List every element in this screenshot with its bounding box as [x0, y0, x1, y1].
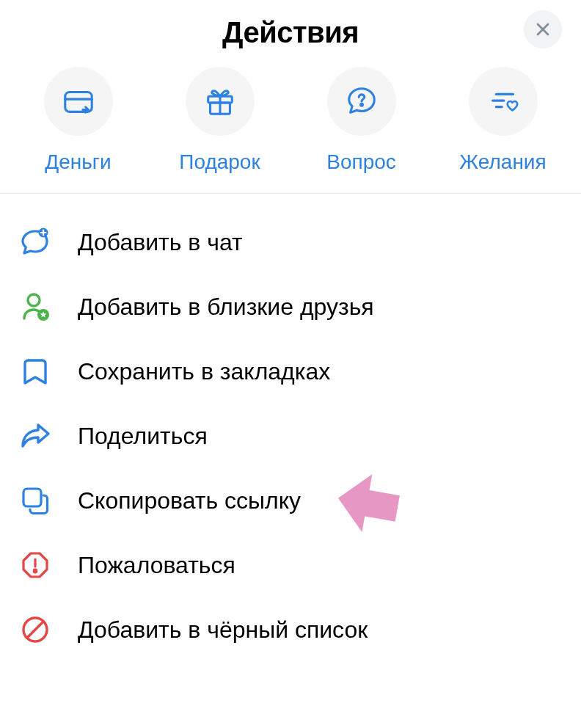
menu-item-label: Добавить в чёрный список [78, 616, 368, 644]
quick-actions-row: Деньги Подарок Вопрос [0, 62, 581, 194]
menu-item-block[interactable]: Добавить в чёрный список [0, 597, 581, 662]
menu-item-share[interactable]: Поделиться [0, 404, 581, 468]
svg-point-7 [360, 103, 362, 106]
quick-action-question[interactable]: Вопрос [296, 67, 428, 174]
quick-action-label: Желания [459, 150, 546, 174]
svg-line-20 [27, 622, 44, 638]
menu-item-label: Сохранить в закладках [78, 358, 330, 385]
question-icon [327, 67, 396, 136]
menu-item-bookmark[interactable]: Сохранить в закладках [0, 339, 581, 404]
menu-item-label: Скопировать ссылку [78, 487, 301, 514]
quick-action-label: Подарок [179, 150, 260, 174]
svg-rect-16 [23, 489, 41, 506]
menu-item-label: Пожаловаться [78, 552, 235, 579]
menu-item-report[interactable]: Пожаловаться [0, 533, 581, 597]
block-icon [19, 614, 51, 646]
menu-list: Добавить в чат Добавить в близкие друзья… [0, 194, 581, 678]
svg-point-18 [34, 569, 37, 572]
wishlist-icon [469, 67, 538, 136]
menu-item-copy-link[interactable]: Скопировать ссылку [0, 468, 581, 533]
add-to-chat-icon [19, 226, 51, 258]
quick-action-gift[interactable]: Подарок [154, 67, 286, 174]
menu-item-label: Добавить в чат [78, 229, 243, 256]
menu-item-close-friends[interactable]: Добавить в близкие друзья [0, 274, 581, 339]
close-friends-icon [19, 291, 51, 323]
gift-icon [186, 67, 255, 136]
header: Действия [0, 0, 581, 62]
menu-item-add-to-chat[interactable]: Добавить в чат [0, 210, 581, 274]
quick-action-money[interactable]: Деньги [12, 67, 145, 174]
menu-item-label: Поделиться [78, 423, 208, 450]
quick-action-label: Вопрос [326, 150, 396, 174]
money-send-icon [44, 67, 113, 136]
svg-point-14 [28, 294, 40, 306]
copy-link-icon [19, 484, 51, 517]
report-icon [19, 549, 51, 581]
close-button[interactable] [524, 10, 562, 48]
menu-item-label: Добавить в близкие друзья [78, 294, 374, 321]
page-title: Действия [0, 16, 581, 49]
quick-action-wishlist[interactable]: Желания [437, 67, 569, 174]
share-icon [19, 420, 51, 452]
bookmark-icon [19, 355, 51, 387]
quick-action-label: Деньги [45, 150, 111, 174]
close-icon [534, 21, 552, 38]
